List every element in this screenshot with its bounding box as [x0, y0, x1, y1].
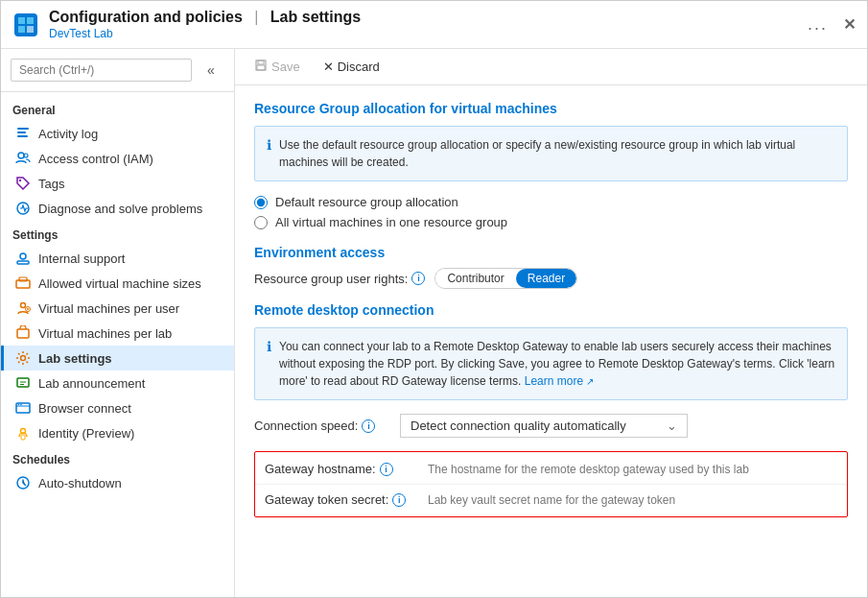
sub-title: Lab settings — [270, 9, 361, 25]
gateway-token-input[interactable] — [428, 493, 837, 507]
svg-rect-4 — [27, 26, 34, 33]
window-title: Configuration and policies | Lab setting… — [49, 9, 808, 26]
svg-rect-18 — [17, 329, 29, 338]
reader-toggle[interactable]: Reader — [516, 269, 576, 288]
identity-preview-icon — [15, 425, 31, 441]
breadcrumb[interactable]: DevTest Lab — [49, 27, 808, 40]
svg-point-24 — [20, 404, 22, 406]
gateway-hostname-input[interactable] — [428, 463, 837, 476]
sidebar-item-diagnose[interactable]: Diagnose and solve problems — [1, 196, 234, 221]
gateway-token-info-icon[interactable]: i — [392, 493, 406, 507]
internal-support-icon — [15, 251, 31, 266]
gateway-section: Gateway hostname: i Gateway token secret… — [254, 451, 848, 517]
sidebar-item-tags[interactable]: Tags — [1, 171, 234, 196]
connection-speed-dropdown[interactable]: Detect connection quality automatically … — [400, 414, 688, 438]
sidebar-item-identity-preview[interactable]: Identity (Preview) — [1, 420, 234, 445]
gateway-token-label: Gateway token secret: i — [265, 492, 418, 507]
gateway-hostname-info-icon[interactable]: i — [380, 463, 393, 476]
toolbar: Save ✕ Discard — [235, 49, 867, 85]
sidebar-item-allowed-vm-sizes[interactable]: Allowed virtual machine sizes — [1, 271, 234, 296]
sidebar-label-lab-announcement: Lab announcement — [38, 376, 145, 391]
browser-connect-icon — [15, 400, 31, 416]
connection-speed-row: Connection speed: i Detect connection qu… — [254, 414, 848, 438]
sidebar-label-browser-connect: Browser connect — [38, 401, 131, 416]
title-section: Configuration and policies | Lab setting… — [49, 9, 808, 40]
sidebar-item-activity-log[interactable]: Activity log — [1, 121, 234, 146]
sidebar-label-internal-support: Internal support — [38, 251, 125, 266]
svg-rect-13 — [17, 261, 29, 264]
main-title: Configuration and policies — [49, 9, 243, 25]
svg-point-16 — [21, 303, 26, 308]
contributor-toggle[interactable]: Contributor — [435, 269, 515, 288]
gateway-hostname-label: Gateway hostname: i — [265, 462, 418, 476]
resource-group-info-box: ℹ Use the default resource group allocat… — [254, 126, 848, 181]
svg-rect-6 — [17, 132, 26, 133]
sidebar-item-vm-per-lab[interactable]: Virtual machines per lab — [1, 321, 234, 346]
remote-desktop-info-box: ℹ You can connect your lab to a Remote D… — [254, 327, 848, 400]
sidebar-item-internal-support[interactable]: Internal support — [1, 246, 234, 271]
vm-per-user-icon — [15, 300, 31, 316]
gateway-token-row: Gateway token secret: i — [255, 485, 847, 514]
radio-default-rg[interactable]: Default resource group allocation — [254, 195, 848, 209]
sidebar-label-lab-settings: Lab settings — [38, 351, 112, 366]
access-control-icon — [15, 151, 31, 166]
radio-default-rg-label: Default resource group allocation — [275, 195, 458, 209]
sidebar-item-lab-settings[interactable]: Lab settings — [1, 346, 234, 371]
save-button[interactable]: Save — [250, 57, 304, 77]
sidebar-item-vm-per-user[interactable]: Virtual machines per user — [1, 296, 234, 321]
svg-rect-7 — [17, 135, 28, 137]
sidebar-section-settings: Settings — [1, 221, 234, 246]
sidebar-label-tags: Tags — [38, 177, 64, 191]
resource-group-title: Resource Group allocation for virtual ma… — [254, 101, 848, 116]
svg-rect-3 — [18, 26, 25, 33]
chevron-down-icon: ⌄ — [667, 419, 677, 433]
sidebar-label-identity-preview: Identity (Preview) — [38, 426, 134, 441]
lab-settings-icon — [15, 350, 31, 366]
connection-speed-info-icon[interactable]: i — [362, 419, 375, 433]
rg-user-rights-label: Resource group user rights: i — [254, 272, 425, 286]
svg-rect-5 — [17, 128, 29, 130]
role-toggle-group: Contributor Reader — [434, 268, 577, 289]
sidebar-label-vm-per-lab: Virtual machines per lab — [38, 326, 172, 341]
discard-button[interactable]: ✕ Discard — [319, 58, 384, 76]
sidebar-label-allowed-vm-sizes: Allowed virtual machine sizes — [38, 276, 201, 291]
learn-more-link[interactable]: Learn more — [525, 374, 583, 388]
info-box-2-text: You can connect your lab to a Remote Des… — [279, 338, 835, 390]
svg-rect-2 — [27, 17, 34, 24]
more-options-button[interactable]: ... — [808, 14, 828, 35]
radio-all-one-rg[interactable]: All virtual machines in one resource gro… — [254, 215, 848, 229]
close-button[interactable]: ✕ — [843, 15, 856, 34]
collapse-sidebar-button[interactable]: « — [198, 57, 224, 84]
lab-announcement-icon — [15, 375, 31, 391]
vm-per-lab-icon — [15, 325, 31, 341]
rg-user-rights-info-icon[interactable]: i — [411, 272, 425, 285]
discard-label: Discard — [338, 60, 380, 74]
svg-rect-0 — [14, 13, 37, 36]
svg-point-19 — [21, 356, 26, 361]
title-separator: | — [254, 9, 258, 25]
sidebar-scroll: General Activity log Access control (IAM… — [1, 92, 234, 597]
environment-access-title: Environment access — [254, 245, 848, 260]
diagnose-icon — [15, 201, 31, 216]
radio-default-rg-input[interactable] — [254, 196, 268, 209]
app-icon — [12, 12, 39, 38]
auto-shutdown-icon — [15, 475, 31, 490]
connection-speed-label: Connection speed: i — [254, 419, 388, 433]
search-input[interactable] — [11, 59, 192, 82]
svg-point-8 — [18, 153, 24, 158]
window: Configuration and policies | Lab setting… — [0, 0, 868, 598]
sidebar-section-schedules: Schedules — [1, 445, 234, 470]
sidebar-item-browser-connect[interactable]: Browser connect — [1, 395, 234, 420]
radio-all-one-rg-input[interactable] — [254, 216, 268, 229]
external-link-icon: ↗ — [586, 376, 594, 387]
sidebar-label-access-control: Access control (IAM) — [38, 152, 153, 166]
sidebar-item-access-control[interactable]: Access control (IAM) — [1, 146, 234, 171]
sidebar-item-auto-shutdown[interactable]: Auto-shutdown — [1, 470, 234, 495]
sidebar-label-diagnose: Diagnose and solve problems — [38, 202, 202, 216]
sidebar-item-lab-announcement[interactable]: Lab announcement — [1, 371, 234, 395]
sidebar-section-general: General — [1, 96, 234, 121]
discard-icon: ✕ — [323, 60, 334, 74]
info-icon-1: ℹ — [267, 137, 271, 171]
sidebar-label-auto-shutdown: Auto-shutdown — [38, 476, 122, 490]
svg-point-10 — [19, 179, 21, 181]
